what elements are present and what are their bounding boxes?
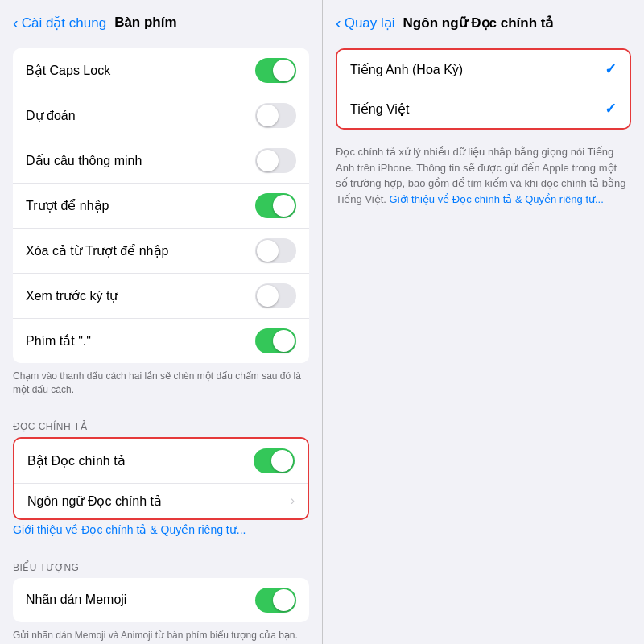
smart-punct-knob — [257, 150, 279, 171]
right-panel: ‹ Quay lại Ngôn ngữ Đọc chính tả Tiếng A… — [322, 0, 644, 644]
memoji-label: Nhãn dán Memoji — [26, 592, 255, 607]
spell-lang-row[interactable]: Ngôn ngữ Đọc chính tả › — [14, 483, 308, 518]
caps-lock-toggle[interactable] — [255, 58, 296, 83]
delete-slide-toggle[interactable] — [255, 238, 296, 263]
char-preview-label: Xem trước ký tự — [26, 288, 255, 303]
left-settings-scroll: Bật Caps Lock Dự đoán Dấu câu thông minh — [0, 42, 322, 644]
left-nav-bar: ‹ Cài đặt chung Bàn phím — [0, 0, 322, 42]
caps-lock-knob — [273, 60, 295, 81]
shortcut-label: Phím tắt "." — [26, 333, 255, 349]
smart-punct-label: Dấu câu thông minh — [26, 153, 255, 168]
slide-type-knob — [273, 195, 295, 217]
memoji-toggle[interactable] — [255, 588, 296, 613]
vietnamese-label: Tiếng Việt — [350, 101, 409, 117]
char-preview-row[interactable]: Xem trước ký tự — [13, 273, 309, 318]
left-panel: ‹ Cài đặt chung Bàn phím Bật Caps Lock D… — [0, 0, 322, 644]
right-nav-bar: ‹ Quay lại Ngôn ngữ Đọc chính tả — [323, 0, 644, 42]
prediction-row[interactable]: Dự đoán — [13, 93, 309, 138]
language-card: Tiếng Anh (Hoa Kỳ) ✓ Tiếng Việt ✓ — [336, 48, 631, 130]
right-note-link[interactable]: Giới thiệu về Đọc chính tả & Quyền riêng… — [390, 193, 604, 205]
char-preview-toggle[interactable] — [255, 283, 296, 308]
vietnamese-checkmark: ✓ — [605, 100, 617, 118]
left-back-icon: ‹ — [13, 14, 19, 31]
vietnamese-row[interactable]: Tiếng Việt ✓ — [337, 89, 630, 128]
spell-lang-label: Ngôn ngữ Đọc chính tả — [27, 493, 291, 509]
enable-spell-toggle[interactable] — [254, 448, 295, 473]
delete-slide-label: Xóa cả từ Trượt để nhập — [26, 243, 255, 258]
spell-lang-value: › — [291, 493, 295, 508]
english-label: Tiếng Anh (Hoa Kỳ) — [350, 62, 463, 77]
char-preview-knob — [257, 285, 279, 307]
memoji-row[interactable]: Nhãn dán Memoji — [13, 578, 309, 622]
right-back-button[interactable]: ‹ Quay lại — [336, 14, 395, 31]
left-back-label[interactable]: Cài đặt chung — [22, 14, 106, 31]
shortcut-toggle[interactable] — [255, 328, 296, 353]
memoji-knob — [273, 589, 295, 611]
right-back-icon: ‹ — [336, 14, 341, 31]
right-back-label[interactable]: Quay lại — [345, 14, 395, 31]
right-nav-title: Ngôn ngữ Đọc chính tả — [403, 14, 554, 31]
slide-type-label: Trượt để nhập — [26, 198, 255, 213]
english-checkmark: ✓ — [605, 60, 617, 78]
emoji-card: Nhãn dán Memoji — [13, 578, 309, 622]
caps-lock-row[interactable]: Bật Caps Lock — [13, 48, 309, 93]
emoji-section-header: BIỂU TƯỢNG — [0, 547, 322, 578]
shortcut-knob — [273, 330, 295, 352]
slide-type-row[interactable]: Trượt để nhập — [13, 183, 309, 228]
smart-punct-toggle[interactable] — [255, 148, 296, 173]
enable-spell-label: Bật Đọc chính tả — [27, 453, 254, 469]
caps-lock-label: Bật Caps Lock — [26, 63, 255, 78]
delete-slide-row[interactable]: Xóa cả từ Trượt để nhập — [13, 228, 309, 273]
main-settings-card: Bật Caps Lock Dự đoán Dấu câu thông minh — [13, 48, 309, 363]
shortcut-note: Chạm vào thanh dấu cách hai lần sẽ chèn … — [0, 363, 322, 407]
smart-punct-row[interactable]: Dấu câu thông minh — [13, 138, 309, 183]
prediction-label: Dự đoán — [26, 108, 255, 123]
spell-link[interactable]: Giới thiệu về Đọc chính tả & Quyền riêng… — [0, 520, 322, 547]
right-content: Tiếng Anh (Hoa Kỳ) ✓ Tiếng Việt ✓ Đọc ch… — [323, 42, 644, 644]
enable-spell-knob — [271, 450, 293, 472]
left-nav-title: Bàn phím — [114, 14, 176, 31]
shortcut-row[interactable]: Phím tắt "." — [13, 318, 309, 363]
emoji-note: Gửi nhãn dán Memoji và Animoji từ bàn ph… — [0, 622, 322, 644]
prediction-toggle[interactable] — [255, 103, 296, 128]
enable-spell-row[interactable]: Bật Đọc chính tả — [14, 439, 308, 483]
left-back-button[interactable]: ‹ Cài đặt chung — [13, 14, 106, 31]
english-row[interactable]: Tiếng Anh (Hoa Kỳ) ✓ — [337, 50, 630, 89]
prediction-knob — [257, 105, 279, 126]
spell-section-header: ĐỌC CHÍNH TẢ — [0, 407, 322, 437]
right-note: Đọc chính tả xử lý nhiều dữ liệu nhập bằ… — [323, 136, 644, 215]
delete-slide-knob — [257, 240, 279, 262]
spell-lang-chevron: › — [291, 493, 295, 508]
spell-card: Bật Đọc chính tả Ngôn ngữ Đọc chính tả › — [13, 437, 309, 520]
slide-type-toggle[interactable] — [255, 193, 296, 218]
